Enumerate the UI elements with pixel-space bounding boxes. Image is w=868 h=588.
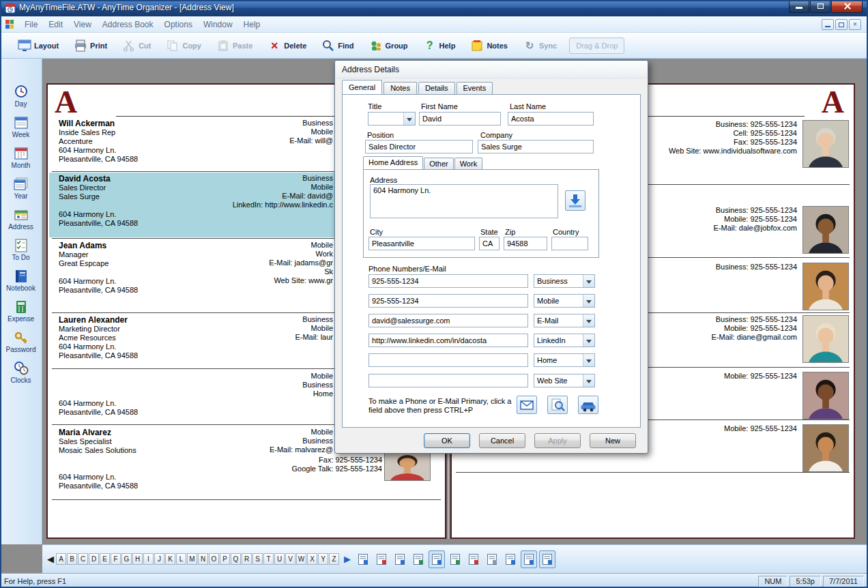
phone-type-select-6[interactable]: Web Site (534, 374, 595, 387)
new-card-icon[interactable] (355, 550, 371, 568)
view-list-icon[interactable] (539, 550, 555, 568)
alphabet-tab[interactable]: D (89, 553, 99, 565)
alphabet-tab[interactable]: K (165, 553, 175, 565)
position-input[interactable] (365, 140, 473, 153)
tab-other[interactable]: Other (424, 158, 454, 169)
alphabet-tab[interactable]: C (78, 553, 88, 565)
first-name-input[interactable] (419, 112, 501, 126)
phone-input-5[interactable] (368, 353, 528, 367)
tab-general[interactable]: General (342, 80, 382, 94)
layout-button[interactable]: Layout (15, 38, 61, 54)
alphabet-tab[interactable]: F (111, 553, 121, 565)
phone-input-3[interactable] (368, 314, 528, 327)
sidebar-item-todo[interactable]: To Do (2, 238, 40, 261)
last-name-input[interactable] (508, 112, 594, 126)
alphabet-tab[interactable]: X (307, 553, 317, 565)
menu-view[interactable]: View (68, 18, 97, 31)
menu-address-book[interactable]: Address Book (97, 18, 159, 31)
alphabet-tab[interactable]: E (100, 553, 110, 565)
close-button[interactable] (831, 0, 863, 13)
phone-type-select-1[interactable]: Business (534, 274, 595, 288)
paste-button[interactable]: Paste (214, 38, 255, 54)
tab-details[interactable]: Details (418, 82, 455, 94)
alphabet-tab[interactable]: J (154, 553, 164, 565)
find-card-icon[interactable] (410, 550, 426, 568)
print-card-icon[interactable] (484, 550, 500, 568)
alphabet-tab[interactable]: S (252, 553, 263, 565)
alphabet-tab[interactable]: H (132, 553, 143, 565)
phone-input-6[interactable] (368, 374, 528, 387)
title-select[interactable] (368, 112, 416, 126)
address-lookup-button[interactable] (565, 190, 585, 211)
sync-button[interactable]: ↻ Sync (520, 38, 560, 54)
alphabet-tab[interactable]: M (187, 553, 197, 565)
copy-button[interactable]: Copy (163, 38, 204, 54)
phone-type-select-4[interactable]: LinkedIn (534, 334, 595, 347)
alphabet-tab[interactable]: Q (231, 553, 241, 565)
sidebar-item-expense[interactable]: Expense (2, 299, 40, 323)
sidebar-item-week[interactable]: Week (2, 115, 40, 138)
alphabet-tab[interactable]: Y (318, 553, 328, 565)
print-button[interactable]: Print (71, 38, 110, 54)
sidebar-item-month[interactable]: Month (2, 146, 40, 169)
delete-button[interactable]: × Delete (265, 38, 309, 54)
phone-type-select-3[interactable]: E-Mail (534, 314, 595, 327)
view-address-icon[interactable] (521, 550, 537, 568)
alphabet-tab[interactable]: N (198, 553, 208, 565)
phone-input-1[interactable] (368, 274, 528, 288)
tab-work[interactable]: Work (454, 158, 482, 169)
phone-input-4[interactable] (368, 334, 528, 347)
tab-events[interactable]: Events (457, 82, 493, 94)
cancel-button[interactable]: Cancel (479, 433, 525, 448)
child-close-button[interactable]: × (849, 19, 861, 30)
new-button[interactable]: New (590, 433, 636, 448)
menu-file[interactable]: File (19, 18, 43, 31)
child-minimize-button[interactable] (822, 19, 834, 30)
send-email-card-icon[interactable] (465, 550, 482, 568)
menu-help[interactable]: Help (238, 18, 266, 31)
restore-button[interactable] (810, 0, 830, 13)
alphabet-tab[interactable]: T (263, 553, 274, 565)
web-lookup-button[interactable] (547, 396, 568, 414)
alphabet-tab[interactable]: Z (329, 553, 339, 565)
notes-button[interactable]: Notes (467, 38, 510, 54)
scroll-letters-right-icon[interactable]: ▶ (344, 554, 351, 564)
zip-input[interactable] (504, 237, 547, 250)
street-address-input[interactable]: 604 Harmony Ln. (370, 184, 558, 218)
city-input[interactable] (368, 237, 475, 250)
apply-button[interactable]: Apply (534, 433, 581, 448)
alphabet-tab[interactable]: V (285, 553, 295, 565)
find-button[interactable]: Find (319, 38, 356, 54)
country-input[interactable] (551, 237, 588, 250)
alphabet-tab[interactable]: P (220, 553, 230, 565)
tab-notes[interactable]: Notes (384, 82, 417, 94)
drag-drop-button[interactable]: Drag & Drop (569, 38, 624, 54)
alphabet-tab[interactable]: O (209, 553, 219, 565)
send-email-button[interactable] (517, 396, 537, 414)
help-button[interactable]: ? Help (420, 38, 459, 54)
scroll-letters-left-icon[interactable]: ◀ (47, 554, 54, 564)
minimize-button[interactable] (789, 0, 809, 13)
view-detail-icon[interactable] (429, 550, 445, 568)
phone-type-select-2[interactable]: Mobile (534, 294, 595, 308)
sidebar-item-day[interactable]: Day (2, 85, 40, 108)
menu-window[interactable]: Window (198, 18, 238, 31)
alphabet-tab[interactable]: U (274, 553, 285, 565)
alphabet-tab[interactable]: A (56, 553, 66, 565)
sidebar-item-clocks[interactable]: Clocks (2, 361, 40, 384)
company-input[interactable] (478, 140, 594, 153)
group-button[interactable]: Group (366, 38, 411, 54)
alphabet-tab[interactable]: B (67, 553, 77, 565)
title-bar[interactable]: MyAnyTimeFile.ATW - AnyTime Organizer - … (0, 0, 868, 16)
alphabet-tab[interactable]: I (143, 553, 154, 565)
sidebar-item-password[interactable]: Password (2, 330, 40, 353)
tab-home-address[interactable]: Home Address (363, 156, 423, 169)
dialog-title-bar[interactable]: Address Details (335, 61, 648, 78)
sidebar-item-year[interactable]: Year (2, 177, 40, 200)
alphabet-tab[interactable]: R (242, 553, 252, 565)
menu-options[interactable]: Options (159, 18, 198, 31)
phone-type-select-5[interactable]: Home (534, 353, 595, 367)
edit-card-icon[interactable] (373, 550, 390, 568)
copy-card-icon[interactable] (392, 550, 408, 568)
ok-button[interactable]: OK (424, 433, 470, 448)
